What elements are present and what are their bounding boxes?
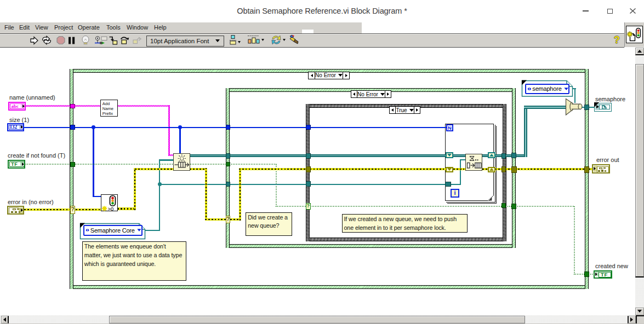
svg-text:>0: >0: [107, 205, 113, 211]
